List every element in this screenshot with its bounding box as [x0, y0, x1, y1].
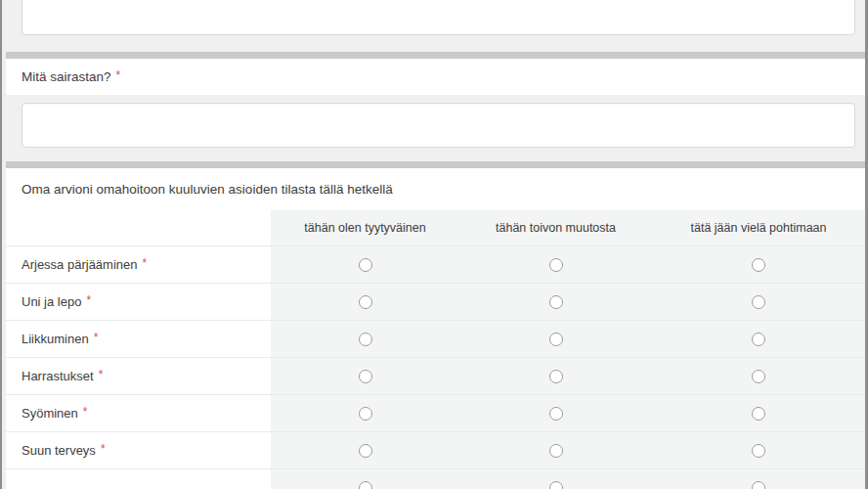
column-header-satisfied: tähän olen tyytyväinen	[271, 210, 459, 245]
illness-question-label-row: Mitä sairastan? *	[6, 59, 865, 95]
column-header-still-thinking: tätä jään vielä pohtimaan	[652, 210, 865, 245]
radio-want-change-row7[interactable]	[549, 481, 563, 489]
radio-still-thinking-row7[interactable]	[752, 481, 765, 489]
radio-satisfied-row3[interactable]	[359, 333, 372, 346]
assessment-matrix: tähän olen tyytyväinen tähän toivon muut…	[6, 210, 865, 489]
required-marker: *	[99, 368, 104, 381]
assessment-section-title: Oma arvioni omahoitoon kuuluvien asioide…	[6, 168, 865, 210]
top-question-textarea[interactable]	[22, 0, 855, 35]
radio-satisfied-row4[interactable]	[359, 370, 372, 383]
required-marker: *	[83, 405, 88, 419]
table-row	[6, 468, 865, 489]
radio-still-thinking-row6[interactable]	[752, 444, 765, 458]
table-row: Uni ja lepo *	[6, 283, 865, 320]
illness-question-label: Mitä sairastan?	[22, 69, 111, 84]
row-label: Uni ja lepo	[22, 294, 81, 309]
row-label: Arjessa pärjääminen	[22, 257, 138, 272]
table-row: Suun terveys *	[6, 431, 865, 468]
required-marker: *	[94, 331, 99, 344]
row-label: Syöminen	[22, 406, 78, 421]
required-marker: *	[116, 68, 121, 82]
row-label: Suun terveys	[22, 443, 96, 458]
required-marker: *	[86, 293, 91, 307]
illness-question-panel	[6, 95, 865, 161]
radio-want-change-row1[interactable]	[549, 258, 563, 272]
radio-want-change-row6[interactable]	[549, 444, 563, 458]
matrix-corner-cell	[6, 210, 271, 245]
radio-still-thinking-row3[interactable]	[752, 333, 765, 346]
radio-satisfied-row7[interactable]	[359, 481, 372, 489]
radio-satisfied-row6[interactable]	[359, 444, 372, 458]
section-separator	[6, 52, 865, 59]
table-row: Harrastukset *	[6, 357, 865, 394]
row-label: Liikkuminen	[22, 332, 89, 346]
radio-still-thinking-row1[interactable]	[752, 258, 765, 272]
top-question-panel	[6, 0, 865, 52]
radio-satisfied-row5[interactable]	[359, 407, 372, 421]
radio-still-thinking-row2[interactable]	[752, 295, 765, 309]
illness-question-textarea[interactable]	[22, 103, 855, 148]
column-header-want-change: tähän toivon muutosta	[459, 210, 652, 245]
radio-want-change-row3[interactable]	[549, 333, 563, 346]
matrix-header-row: tähän olen tyytyväinen tähän toivon muut…	[6, 210, 865, 245]
radio-satisfied-row1[interactable]	[359, 258, 372, 272]
form-page: Mitä sairastan? * Oma arvioni omahoitoon…	[0, 0, 868, 489]
section-separator	[6, 161, 865, 168]
radio-want-change-row2[interactable]	[549, 295, 563, 309]
radio-satisfied-row2[interactable]	[359, 295, 372, 309]
radio-want-change-row5[interactable]	[549, 407, 563, 421]
radio-still-thinking-row5[interactable]	[752, 407, 765, 421]
radio-still-thinking-row4[interactable]	[752, 370, 765, 383]
row-label: Harrastukset	[22, 369, 94, 383]
required-marker: *	[101, 442, 106, 456]
table-row: Liikkuminen *	[6, 320, 865, 357]
required-marker: *	[143, 256, 148, 270]
radio-want-change-row4[interactable]	[549, 370, 563, 383]
table-row: Syöminen *	[6, 394, 865, 431]
table-row: Arjessa pärjääminen *	[6, 245, 865, 283]
